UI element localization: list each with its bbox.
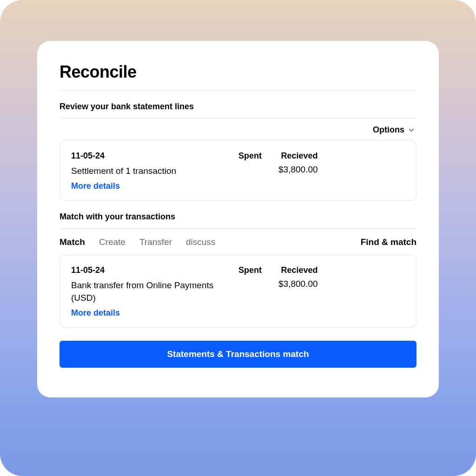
received-column: Recieved $3,800.00: [278, 151, 318, 175]
spent-header: Spent: [238, 151, 262, 161]
transaction-description: Bank transfer from Online Payments (USD): [71, 279, 238, 304]
statement-description: Settlement of 1 transaction: [71, 165, 238, 178]
tab-create[interactable]: Create: [99, 237, 126, 247]
received-header: Recieved: [278, 265, 318, 275]
received-value: $3,800.00: [278, 279, 318, 289]
transaction-line-card: 11-05-24 Bank transfer from Online Payme…: [60, 255, 416, 328]
spent-header: Spent: [238, 265, 262, 275]
spent-column: Spent: [238, 151, 262, 175]
options-dropdown[interactable]: Options: [60, 119, 416, 140]
gradient-background: Reconcile Review your bank statement lin…: [0, 0, 476, 476]
tab-match[interactable]: Match: [60, 237, 85, 247]
received-value: $3,800.00: [278, 165, 318, 175]
chevron-down-icon: [408, 127, 415, 133]
reconcile-card: Reconcile Review your bank statement lin…: [37, 41, 439, 397]
page-title: Reconcile: [60, 62, 416, 90]
transactions-section-label: Match with your transactions: [60, 201, 416, 228]
match-button[interactable]: Statements & Transactions match: [60, 341, 416, 368]
more-details-link[interactable]: More details: [71, 308, 238, 318]
tab-transfer[interactable]: Transfer: [139, 237, 172, 247]
options-label: Options: [373, 125, 404, 135]
received-header: Recieved: [278, 151, 318, 161]
statements-section-label: Review your bank statement lines: [60, 91, 416, 118]
transactions-tabs-row: Match Create Transfer discuss Find & mat…: [60, 229, 416, 255]
statement-date: 11-05-24: [71, 151, 238, 161]
more-details-link[interactable]: More details: [71, 181, 238, 191]
find-and-match-button[interactable]: Find & match: [361, 237, 416, 247]
transaction-date: 11-05-24: [71, 265, 238, 275]
statement-line-card: 11-05-24 Settlement of 1 transaction Mor…: [60, 140, 416, 201]
tab-discuss[interactable]: discuss: [186, 237, 215, 247]
spent-column: Spent: [238, 265, 262, 289]
received-column: Recieved $3,800.00: [278, 265, 318, 289]
